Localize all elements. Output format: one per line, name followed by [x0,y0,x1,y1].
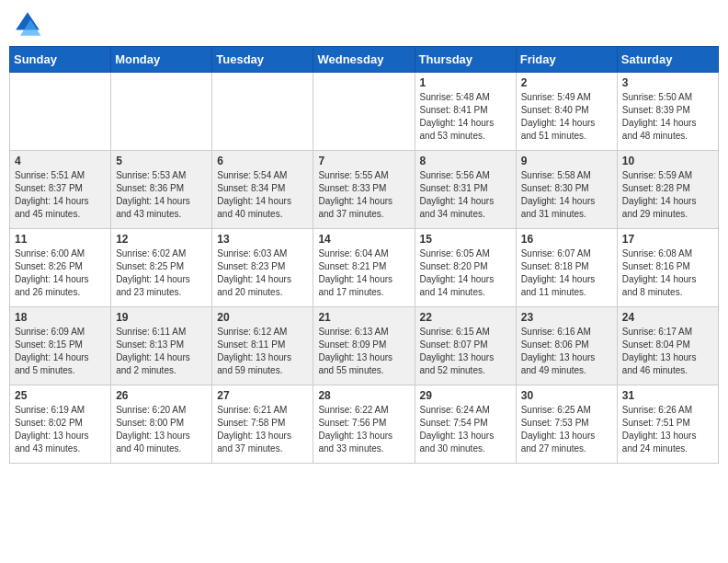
calendar-week-4: 18Sunrise: 6:09 AMSunset: 8:15 PMDayligh… [10,307,719,385]
day-info: Sunrise: 6:08 AMSunset: 8:16 PMDaylight:… [622,247,713,299]
day-info: Sunrise: 5:56 AMSunset: 8:31 PMDaylight:… [420,169,511,221]
calendar-week-2: 4Sunrise: 5:51 AMSunset: 8:37 PMDaylight… [10,151,719,229]
logo-icon [13,9,42,39]
day-info: Sunrise: 5:53 AMSunset: 8:36 PMDaylight:… [116,169,207,221]
calendar-cell: 4Sunrise: 5:51 AMSunset: 8:37 PMDaylight… [10,151,111,229]
calendar-cell: 23Sunrise: 6:16 AMSunset: 8:06 PMDayligh… [516,307,617,385]
calendar-cell: 29Sunrise: 6:24 AMSunset: 7:54 PMDayligh… [415,385,516,464]
day-number: 17 [622,233,713,246]
day-number: 1 [420,76,511,89]
calendar-cell [212,73,313,151]
calendar-cell: 20Sunrise: 6:12 AMSunset: 8:11 PMDayligh… [212,307,313,385]
day-info: Sunrise: 5:49 AMSunset: 8:40 PMDaylight:… [521,91,612,143]
calendar-cell: 11Sunrise: 6:00 AMSunset: 8:26 PMDayligh… [10,229,111,307]
day-info: Sunrise: 6:13 AMSunset: 8:09 PMDaylight:… [318,326,409,377]
day-number: 4 [15,155,106,167]
day-info: Sunrise: 5:54 AMSunset: 8:34 PMDaylight:… [217,169,308,221]
day-info: Sunrise: 6:05 AMSunset: 8:20 PMDaylight:… [420,247,511,299]
calendar-cell: 12Sunrise: 6:02 AMSunset: 8:25 PMDayligh… [111,229,212,307]
day-number: 28 [318,389,409,402]
calendar-week-3: 11Sunrise: 6:00 AMSunset: 8:26 PMDayligh… [10,229,719,307]
day-info: Sunrise: 6:20 AMSunset: 8:00 PMDaylight:… [116,404,207,455]
calendar-cell: 31Sunrise: 6:26 AMSunset: 7:51 PMDayligh… [617,385,718,464]
day-number: 26 [116,389,207,402]
day-number: 15 [420,233,511,246]
calendar-cell: 3Sunrise: 5:50 AMSunset: 8:39 PMDaylight… [617,73,718,151]
calendar-cell: 9Sunrise: 5:58 AMSunset: 8:30 PMDaylight… [516,151,617,229]
day-number: 10 [622,155,713,167]
calendar-cell [10,73,111,151]
day-number: 2 [521,76,612,89]
day-info: Sunrise: 5:51 AMSunset: 8:37 PMDaylight:… [15,169,106,221]
day-number: 11 [15,233,106,246]
calendar-cell: 15Sunrise: 6:05 AMSunset: 8:20 PMDayligh… [415,229,516,307]
day-info: Sunrise: 5:58 AMSunset: 8:30 PMDaylight:… [521,169,612,221]
page-header [9,9,719,39]
calendar-cell: 18Sunrise: 6:09 AMSunset: 8:15 PMDayligh… [10,307,111,385]
day-number: 7 [318,155,409,167]
day-number: 24 [622,311,713,324]
day-number: 19 [116,311,207,324]
day-info: Sunrise: 6:19 AMSunset: 8:02 PMDaylight:… [15,404,106,455]
day-info: Sunrise: 6:15 AMSunset: 8:07 PMDaylight:… [420,326,511,377]
day-number: 21 [318,311,409,324]
calendar-cell: 22Sunrise: 6:15 AMSunset: 8:07 PMDayligh… [415,307,516,385]
day-info: Sunrise: 6:00 AMSunset: 8:26 PMDaylight:… [15,247,106,299]
day-info: Sunrise: 6:21 AMSunset: 7:58 PMDaylight:… [217,404,308,455]
day-info: Sunrise: 6:07 AMSunset: 8:18 PMDaylight:… [521,247,612,299]
calendar-header-row: SundayMondayTuesdayWednesdayThursdayFrid… [10,47,719,73]
day-of-week-tuesday: Tuesday [212,47,313,73]
day-number: 14 [318,233,409,246]
calendar-cell: 2Sunrise: 5:49 AMSunset: 8:40 PMDaylight… [516,73,617,151]
day-info: Sunrise: 6:17 AMSunset: 8:04 PMDaylight:… [622,326,713,377]
day-info: Sunrise: 6:02 AMSunset: 8:25 PMDaylight:… [116,247,207,299]
calendar-cell: 14Sunrise: 6:04 AMSunset: 8:21 PMDayligh… [313,229,415,307]
calendar-cell: 16Sunrise: 6:07 AMSunset: 8:18 PMDayligh… [516,229,617,307]
logo [13,9,46,39]
calendar-cell: 13Sunrise: 6:03 AMSunset: 8:23 PMDayligh… [212,229,313,307]
calendar-cell: 7Sunrise: 5:55 AMSunset: 8:33 PMDaylight… [313,151,415,229]
day-info: Sunrise: 6:04 AMSunset: 8:21 PMDaylight:… [318,247,409,299]
calendar-cell: 26Sunrise: 6:20 AMSunset: 8:00 PMDayligh… [111,385,212,464]
calendar-table: SundayMondayTuesdayWednesdayThursdayFrid… [9,46,719,464]
day-info: Sunrise: 6:12 AMSunset: 8:11 PMDaylight:… [217,326,308,377]
calendar-cell: 5Sunrise: 5:53 AMSunset: 8:36 PMDaylight… [111,151,212,229]
day-of-week-thursday: Thursday [415,47,516,73]
day-info: Sunrise: 6:26 AMSunset: 7:51 PMDaylight:… [622,404,713,455]
day-number: 9 [521,155,612,167]
calendar-cell: 6Sunrise: 5:54 AMSunset: 8:34 PMDaylight… [212,151,313,229]
calendar-cell [313,73,415,151]
day-info: Sunrise: 5:55 AMSunset: 8:33 PMDaylight:… [318,169,409,221]
day-info: Sunrise: 6:24 AMSunset: 7:54 PMDaylight:… [420,404,511,455]
day-info: Sunrise: 5:50 AMSunset: 8:39 PMDaylight:… [622,91,713,143]
day-number: 27 [217,389,308,402]
day-info: Sunrise: 5:59 AMSunset: 8:28 PMDaylight:… [622,169,713,221]
calendar-cell [111,73,212,151]
day-info: Sunrise: 6:03 AMSunset: 8:23 PMDaylight:… [217,247,308,299]
day-of-week-monday: Monday [111,47,212,73]
calendar-cell: 19Sunrise: 6:11 AMSunset: 8:13 PMDayligh… [111,307,212,385]
day-of-week-wednesday: Wednesday [313,47,415,73]
day-number: 6 [217,155,308,167]
day-number: 8 [420,155,511,167]
calendar-cell: 28Sunrise: 6:22 AMSunset: 7:56 PMDayligh… [313,385,415,464]
day-number: 23 [521,311,612,324]
day-number: 16 [521,233,612,246]
day-info: Sunrise: 6:16 AMSunset: 8:06 PMDaylight:… [521,326,612,377]
day-number: 12 [116,233,207,246]
day-of-week-friday: Friday [516,47,617,73]
day-info: Sunrise: 6:25 AMSunset: 7:53 PMDaylight:… [521,404,612,455]
day-info: Sunrise: 6:22 AMSunset: 7:56 PMDaylight:… [318,404,409,455]
calendar-week-5: 25Sunrise: 6:19 AMSunset: 8:02 PMDayligh… [10,385,719,464]
calendar-cell: 24Sunrise: 6:17 AMSunset: 8:04 PMDayligh… [617,307,718,385]
calendar-cell: 27Sunrise: 6:21 AMSunset: 7:58 PMDayligh… [212,385,313,464]
day-of-week-sunday: Sunday [10,47,111,73]
day-number: 22 [420,311,511,324]
day-number: 18 [15,311,106,324]
calendar-cell: 10Sunrise: 5:59 AMSunset: 8:28 PMDayligh… [617,151,718,229]
day-number: 25 [15,389,106,402]
calendar-cell: 17Sunrise: 6:08 AMSunset: 8:16 PMDayligh… [617,229,718,307]
day-number: 3 [622,76,713,89]
calendar-cell: 25Sunrise: 6:19 AMSunset: 8:02 PMDayligh… [10,385,111,464]
day-info: Sunrise: 5:48 AMSunset: 8:41 PMDaylight:… [420,91,511,143]
